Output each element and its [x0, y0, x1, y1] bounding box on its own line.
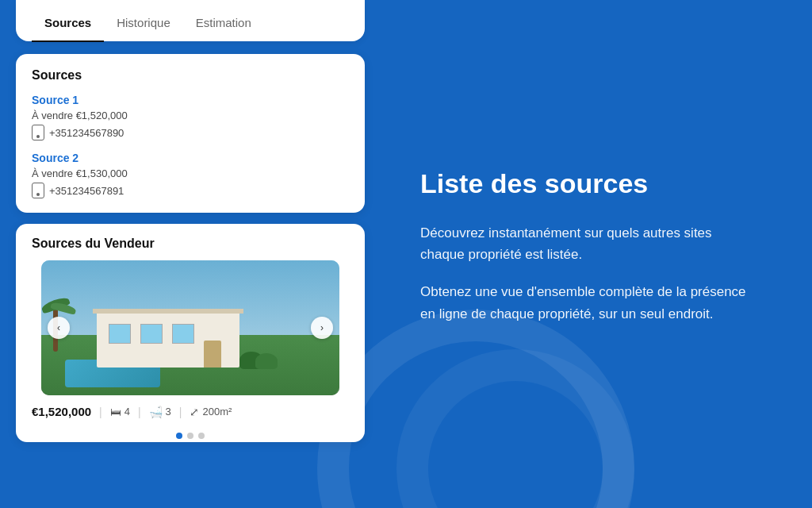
- right-para-1: Découvrez instantanément sur quels autre…: [420, 222, 753, 265]
- beds-count: 4: [124, 406, 130, 418]
- left-panel: Sources Historique Estimation Sources So…: [0, 0, 381, 508]
- vendeur-card-title: Sources du Vendeur: [16, 224, 365, 260]
- cards-area: Sources Source 1 À vendre €1,520,000 +35…: [0, 41, 381, 455]
- source-1-phone: +351234567890: [32, 125, 349, 140]
- area-icon: ⤢: [190, 406, 199, 418]
- property-image: [41, 260, 339, 395]
- source-1-phone-number: +351234567890: [49, 127, 124, 139]
- baths-count: 3: [166, 406, 171, 418]
- vendeur-beds: 🛏 4: [110, 406, 130, 418]
- vendeur-card: Sources du Vendeur: [16, 224, 365, 442]
- tab-estimation[interactable]: Estimation: [183, 5, 264, 42]
- tab-bar: Sources Historique Estimation: [16, 0, 365, 41]
- source-2-phone-number: +351234567891: [49, 185, 124, 197]
- source-2-price: À vendre €1,530,000: [32, 167, 349, 179]
- carousel-dots: [16, 426, 365, 442]
- carousel-prev-button[interactable]: ‹: [48, 317, 70, 339]
- tab-historique[interactable]: Historique: [104, 5, 183, 42]
- right-title: Liste des sources: [420, 167, 772, 200]
- vendeur-baths: 🛁 3: [149, 406, 171, 418]
- vendeur-footer: €1,520,000 | 🛏 4 | 🛁 3 | ⤢ 200m²: [16, 395, 365, 426]
- right-panel: Liste des sources Découvrez instantanéme…: [381, 0, 812, 508]
- source-item-2: Source 2 À vendre €1,530,000 +3512345678…: [32, 152, 349, 198]
- phone-icon-2: [32, 183, 44, 198]
- bed-icon: 🛏: [110, 406, 121, 418]
- right-para-2: Obtenez une vue d'ensemble complète de l…: [420, 281, 753, 324]
- phone-icon-1: [32, 125, 44, 140]
- bath-icon: 🛁: [149, 406, 163, 418]
- carousel-next-button[interactable]: ›: [311, 317, 333, 339]
- source-2-phone: +351234567891: [32, 183, 349, 198]
- tab-sources[interactable]: Sources: [32, 5, 104, 42]
- dot-1[interactable]: [176, 433, 182, 439]
- dot-2[interactable]: [187, 433, 193, 439]
- source-1-price: À vendre €1,520,000: [32, 110, 349, 121]
- dot-3[interactable]: [198, 433, 205, 439]
- source-1-link[interactable]: Source 1: [32, 94, 349, 106]
- sources-card-title: Sources: [32, 68, 349, 83]
- image-carousel: ‹ ›: [41, 260, 339, 395]
- vendeur-price: €1,520,000: [32, 405, 91, 418]
- vendeur-area: ⤢ 200m²: [190, 406, 232, 418]
- bg-arc-2: [396, 349, 634, 508]
- area-value: 200m²: [202, 406, 232, 418]
- source-2-link[interactable]: Source 2: [32, 152, 349, 164]
- source-item-1: Source 1 À vendre €1,520,000 +3512345678…: [32, 94, 349, 140]
- sources-card: Sources Source 1 À vendre €1,520,000 +35…: [16, 54, 365, 213]
